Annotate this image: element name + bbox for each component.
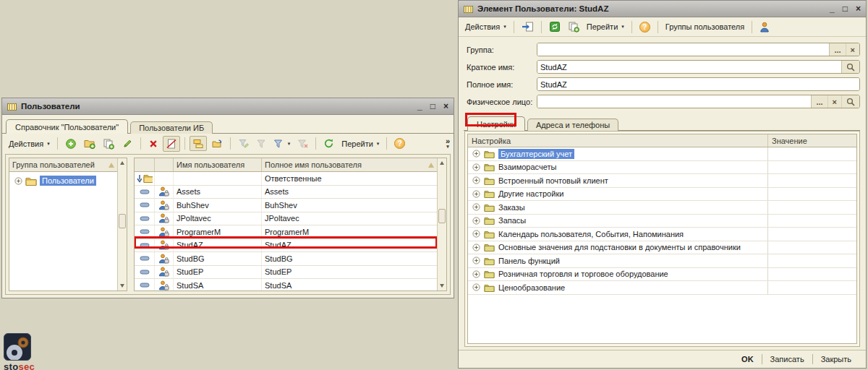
expand-icon[interactable] xyxy=(472,257,480,264)
expand-icon[interactable] xyxy=(472,163,480,171)
maximize-icon[interactable]: □ xyxy=(843,4,848,13)
search-icon[interactable] xyxy=(841,95,859,108)
goto-menu-button[interactable]: Перейти ▾ xyxy=(339,137,382,150)
column-header-marker[interactable] xyxy=(135,158,155,171)
settings-table-row[interactable]: Розничная торговля и торговое оборудован… xyxy=(468,268,856,282)
users-scrollbar[interactable] xyxy=(437,158,446,291)
toolbar-separator xyxy=(658,21,658,33)
save-button[interactable] xyxy=(519,19,537,35)
column-header-fullname[interactable]: Полное имя пользователя xyxy=(262,158,437,171)
column-header-name[interactable]: Имя пользователя xyxy=(174,158,262,171)
settings-table-row[interactable]: Основные значения для подстановки в доку… xyxy=(468,241,856,255)
help-button[interactable]: ? xyxy=(391,136,408,151)
users-table-row[interactable]: Ответственные xyxy=(135,172,437,186)
tree-node-label: Пользователи xyxy=(40,176,96,186)
scroll-down-icon[interactable] xyxy=(438,281,446,291)
column-header-value[interactable]: Значение xyxy=(768,134,856,147)
scroll-up-icon[interactable] xyxy=(118,158,127,168)
users-table-row[interactable]: StudBGStudBG xyxy=(135,252,437,266)
filter-by-value-button[interactable] xyxy=(235,136,252,151)
expand-icon[interactable] xyxy=(472,190,480,198)
users-table-row[interactable]: StudSAStudSA xyxy=(135,279,437,291)
close-icon[interactable]: × xyxy=(856,4,861,13)
filter-button[interactable] xyxy=(253,137,269,151)
settings-table-row[interactable]: Панель функций xyxy=(468,254,856,268)
settings-table-row[interactable]: Заказы xyxy=(468,201,856,215)
clear-icon[interactable]: × xyxy=(827,95,841,108)
users-table-row[interactable]: ProgramerMProgramerM xyxy=(135,225,437,239)
scroll-down-icon[interactable] xyxy=(118,281,127,291)
expand-icon[interactable] xyxy=(472,217,480,225)
user-groups-button[interactable]: Группы пользователя xyxy=(663,20,747,33)
maximize-icon[interactable]: □ xyxy=(430,102,435,111)
clear-filter-button[interactable] xyxy=(294,137,311,151)
short-name-input[interactable] xyxy=(537,61,841,73)
add-group-button[interactable] xyxy=(81,136,98,152)
settings-table-row[interactable]: Календарь пользователя, События, Напомин… xyxy=(468,228,856,241)
tab-settings[interactable]: Настройки xyxy=(467,116,525,131)
toolbar-overflow-button[interactable]: » ▾ xyxy=(446,138,450,150)
clear-icon[interactable]: × xyxy=(846,43,859,56)
refresh-button[interactable] xyxy=(546,19,563,35)
expand-icon[interactable] xyxy=(472,203,480,211)
filter-settings-button[interactable]: ▾ xyxy=(271,137,294,151)
scroll-up-icon[interactable] xyxy=(438,158,446,168)
copy-button[interactable] xyxy=(100,136,117,152)
close-button[interactable]: Закрыть xyxy=(812,354,859,364)
ok-button[interactable]: OK xyxy=(733,354,762,364)
expand-icon[interactable] xyxy=(472,270,480,278)
user-element-titlebar[interactable]: Элемент Пользователи: StudAZ _ □ × xyxy=(459,1,866,17)
full-name-input[interactable] xyxy=(537,78,859,90)
minimize-icon[interactable]: _ xyxy=(830,4,835,13)
deletion-mark-button[interactable] xyxy=(163,136,180,152)
groups-scrollbar[interactable] xyxy=(117,158,127,291)
group-input[interactable] xyxy=(537,43,829,56)
settings-table-row[interactable]: Встроенный почтовый клиент xyxy=(468,174,856,188)
users-table-row[interactable]: StudEPStudEP xyxy=(135,266,437,280)
delete-button[interactable] xyxy=(145,137,161,151)
goto-menu-button[interactable]: Перейти ▾ xyxy=(584,20,627,33)
actions-menu-button[interactable]: Действия ▾ xyxy=(462,20,509,33)
expand-icon[interactable] xyxy=(14,177,22,185)
hierarchy-view-button[interactable] xyxy=(190,136,207,151)
minimize-icon[interactable]: _ xyxy=(417,102,422,111)
add-button[interactable] xyxy=(62,136,80,152)
actions-menu-button[interactable]: Действия ▾ xyxy=(6,137,53,150)
edit-button[interactable] xyxy=(119,136,136,152)
copy-button[interactable] xyxy=(565,19,582,35)
expand-icon[interactable] xyxy=(472,230,480,238)
users-window-titlebar[interactable]: Пользователи _ □ × xyxy=(2,98,454,115)
move-to-group-button[interactable] xyxy=(208,136,226,152)
column-header-setting[interactable]: Настройка xyxy=(468,134,768,147)
close-icon[interactable]: × xyxy=(443,102,448,111)
groups-column-header[interactable]: Группа пользователей xyxy=(9,158,117,172)
settings-table-row[interactable]: Ценообразование xyxy=(468,281,856,295)
expand-icon[interactable] xyxy=(472,283,480,291)
expand-icon[interactable] xyxy=(472,176,480,184)
person-input[interactable] xyxy=(537,95,811,108)
tab-users-ib[interactable]: Пользователи ИБ xyxy=(130,121,213,134)
choose-button[interactable]: ... xyxy=(830,43,845,56)
column-header-icon[interactable] xyxy=(155,158,174,171)
scroll-thumb[interactable] xyxy=(119,214,126,228)
choose-button[interactable]: ... xyxy=(812,95,827,108)
users-table-row[interactable]: AssetsAssets xyxy=(135,186,437,199)
help-button[interactable]: ? xyxy=(637,20,653,35)
settings-table-row[interactable]: Запасы xyxy=(468,215,856,228)
settings-table-row[interactable]: Другие настройки xyxy=(468,188,856,202)
settings-table-row[interactable]: Бухгалтерский учет xyxy=(468,147,856,161)
refresh-button[interactable] xyxy=(320,136,337,151)
users-table-row[interactable]: BuhShevBuhShev xyxy=(135,199,437,212)
user-icon-button[interactable] xyxy=(757,20,773,35)
write-button[interactable]: Записать xyxy=(762,354,812,364)
expand-icon[interactable] xyxy=(472,150,480,158)
users-table-row[interactable]: JPoltavecJPoltavec xyxy=(135,212,437,226)
tab-directory-users[interactable]: Справочник "Пользователи" xyxy=(6,119,128,134)
tab-addresses[interactable]: Адреса и телефоны xyxy=(527,119,618,131)
expand-icon[interactable] xyxy=(472,244,480,251)
search-icon[interactable] xyxy=(842,61,859,73)
scroll-thumb[interactable] xyxy=(438,209,446,223)
tree-row-users-root[interactable]: Пользователи xyxy=(11,174,116,187)
users-table-row[interactable]: StudAZStudAZ xyxy=(135,239,437,253)
settings-table-row[interactable]: Взаиморасчеты xyxy=(468,161,856,175)
